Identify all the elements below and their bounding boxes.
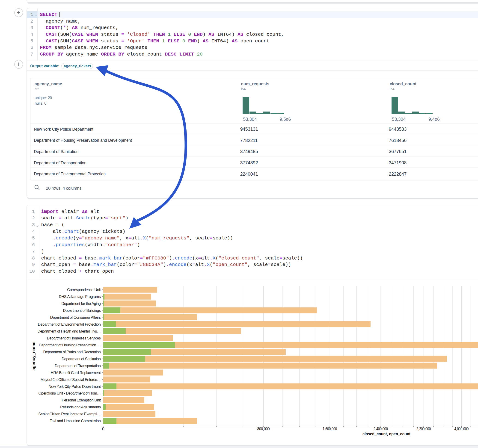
svg-text:Department of Housing Preserva: Department of Housing Preservation … bbox=[39, 343, 101, 347]
svg-text:Department of Sanitation: Department of Sanitation bbox=[62, 357, 101, 361]
svg-text:DHS Advantage Programs: DHS Advantage Programs bbox=[59, 294, 101, 299]
svg-text:closed_count, open_count: closed_count, open_count bbox=[363, 431, 411, 436]
svg-text:1,600,000: 1,600,000 bbox=[323, 427, 337, 431]
svg-text:0: 0 bbox=[102, 427, 104, 431]
svg-text:Department of Environmental Pr: Department of Environmental Protection bbox=[38, 322, 101, 326]
svg-text:Refunds and Adjustments: Refunds and Adjustments bbox=[60, 405, 101, 409]
svg-text:Department of Parks and Recrea: Department of Parks and Recreation bbox=[43, 350, 101, 354]
svg-text:Mayorâ€ s Office of Special E: Mayorâ€ s Office of Special Enforce… bbox=[40, 378, 101, 382]
svg-text:agency_name: agency_name bbox=[31, 342, 36, 371]
svg-text:Operations Unit - Department o: Operations Unit - Department of Hom… bbox=[38, 391, 101, 395]
svg-text:Department for the Aging: Department for the Aging bbox=[61, 301, 101, 305]
svg-text:Department of Health and Menta: Department of Health and Mental Hyg… bbox=[38, 329, 101, 333]
svg-text:Personal Exemption Unit: Personal Exemption Unit bbox=[62, 398, 101, 402]
svg-text:4,000,000: 4,000,000 bbox=[454, 427, 469, 431]
svg-text:3,200,000: 3,200,000 bbox=[416, 427, 431, 431]
svg-text:New York City Police Departmen: New York City Police Department bbox=[49, 384, 101, 389]
svg-text:Department of Transportation: Department of Transportation bbox=[55, 364, 101, 368]
svg-text:HRA Benefit Card Replacement: HRA Benefit Card Replacement bbox=[51, 371, 101, 375]
svg-text:Correspondence Unit: Correspondence Unit bbox=[67, 288, 101, 292]
svg-text:Department of Buildings: Department of Buildings bbox=[63, 308, 101, 312]
svg-text:2,400,000: 2,400,000 bbox=[374, 427, 388, 431]
svg-text:Department of Homeless Service: Department of Homeless Services bbox=[47, 336, 101, 340]
svg-text:800,000: 800,000 bbox=[257, 427, 270, 431]
svg-text:Senior Citizen Rent Increase E: Senior Citizen Rent Increase Exempti… bbox=[38, 412, 101, 416]
svg-text:Taxi and Limousine Commission: Taxi and Limousine Commission bbox=[50, 419, 101, 423]
svg-text:Department of Consumer Affairs: Department of Consumer Affairs bbox=[50, 315, 101, 319]
